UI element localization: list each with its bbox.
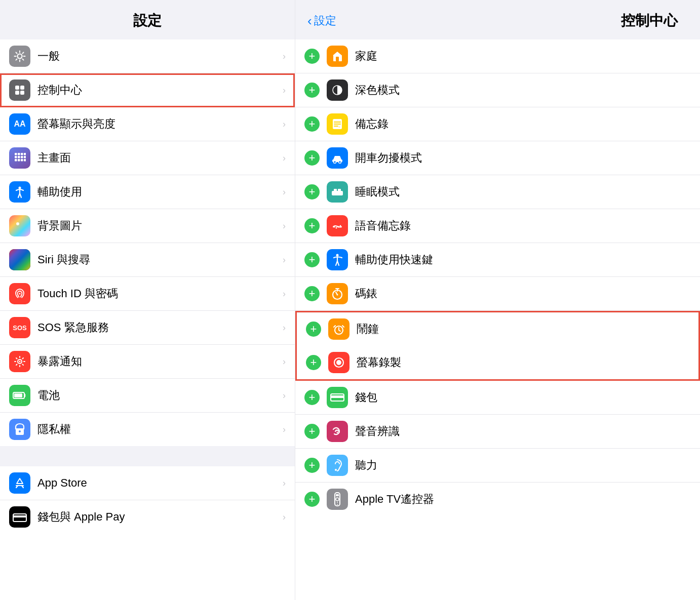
add-sleep-button[interactable]: + [304, 184, 320, 199]
home-screen-chevron: › [283, 153, 286, 164]
svg-rect-11 [21, 156, 23, 158]
settings-item-exposure[interactable]: 暴露通知 › [0, 345, 295, 379]
back-button[interactable]: ‹ 設定 [307, 13, 336, 29]
svg-rect-33 [334, 189, 337, 191]
screenrecord-icon [328, 352, 349, 373]
svg-rect-12 [24, 156, 26, 158]
svg-rect-16 [24, 159, 26, 162]
general-label: 一般 [37, 49, 279, 64]
settings-item-display[interactable]: AA 螢幕顯示與亮度 › [0, 107, 295, 141]
add-alarm-button[interactable]: + [306, 322, 321, 337]
touchid-chevron: › [283, 289, 286, 299]
stopwatch-label: 碼錶 [355, 286, 691, 301]
svg-rect-7 [21, 153, 23, 155]
control-item-driving[interactable]: + 開車勿擾模式 [295, 141, 700, 175]
svg-rect-14 [18, 159, 20, 162]
control-item-stopwatch[interactable]: + 碼錶 [295, 277, 700, 311]
touchid-label: Touch ID 與密碼 [37, 286, 279, 301]
svg-rect-8 [24, 153, 26, 155]
settings-item-wallpaper[interactable]: 背景圖片 › [0, 209, 295, 243]
settings-item-siri[interactable]: Siri 與搜尋 › [0, 243, 295, 277]
battery-chevron: › [283, 390, 286, 401]
hearing-icon [327, 455, 348, 476]
control-item-voicememo[interactable]: + 語音備忘錄 [295, 209, 700, 243]
add-home-button[interactable]: + [304, 49, 320, 64]
stopwatch-icon [327, 283, 348, 304]
wallet-chevron: › [283, 512, 286, 523]
add-stopwatch-button[interactable]: + [304, 286, 320, 301]
appstore-label: App Store [37, 476, 279, 490]
wallpaper-label: 背景圖片 [37, 218, 279, 233]
exposure-chevron: › [283, 356, 286, 367]
settings-item-control-center[interactable]: 控制中心 › [0, 73, 295, 107]
control-item-shazam[interactable]: + 聲音辨識 [295, 415, 700, 449]
accessibility-shortcut-icon [327, 249, 348, 270]
driving-label: 開車勿擾模式 [355, 150, 691, 166]
control-item-alarm[interactable]: + 鬧鐘 [295, 311, 700, 346]
wallet-ctrl-icon [327, 387, 348, 408]
right-header: ‹ 設定 控制中心 [295, 0, 700, 35]
sos-icon: SOS [9, 317, 30, 338]
settings-item-sos[interactable]: SOS SOS 緊急服務 › [0, 311, 295, 345]
add-appletv-button[interactable]: + [304, 492, 320, 507]
sleep-icon [327, 181, 348, 203]
svg-rect-32 [332, 191, 343, 195]
svg-rect-1 [15, 86, 19, 90]
touchid-icon [9, 283, 30, 304]
add-accessibility-shortcut-button[interactable]: + [304, 252, 320, 267]
settings-item-privacy[interactable]: 隱私權 › [0, 413, 295, 446]
display-chevron: › [283, 119, 286, 130]
svg-point-18 [16, 222, 19, 225]
svg-point-30 [334, 161, 336, 164]
control-item-sleep[interactable]: + 睡眠模式 [295, 175, 700, 209]
svg-rect-13 [15, 159, 17, 162]
settings-item-home-screen[interactable]: 主畫面 › [0, 141, 295, 175]
settings-item-general[interactable]: 一般 › [0, 39, 295, 73]
voicememo-label: 語音備忘錄 [355, 218, 691, 233]
settings-item-battery[interactable]: 電池 › [0, 379, 295, 413]
control-item-appletv[interactable]: + Apple TV遙控器 [295, 483, 700, 516]
svg-point-38 [340, 225, 341, 227]
wallpaper-chevron: › [283, 221, 286, 231]
add-notes-button[interactable]: + [304, 116, 320, 132]
svg-rect-23 [14, 393, 22, 397]
accessibility-shortcut-label: 輔助使用快速鍵 [355, 252, 691, 267]
svg-rect-46 [331, 395, 344, 398]
settings-item-touchid[interactable]: Touch ID 與密碼 › [0, 277, 295, 311]
add-hearing-button[interactable]: + [304, 458, 320, 473]
add-wallet-ctrl-button[interactable]: + [304, 390, 320, 405]
accessibility-icon [9, 181, 30, 203]
display-icon: AA [9, 113, 30, 135]
appletv-label: Apple TV遙控器 [355, 492, 691, 507]
svg-point-37 [338, 226, 339, 228]
siri-icon [9, 249, 30, 270]
add-screenrecord-button[interactable]: + [306, 355, 321, 370]
control-item-home[interactable]: + 家庭 [295, 39, 700, 73]
svg-rect-9 [15, 156, 17, 158]
section-divider [0, 446, 295, 462]
appstore-icon [9, 472, 30, 494]
settings-item-appstore[interactable]: App Store › [0, 466, 295, 500]
control-item-wallet-ctrl[interactable]: + 錢包 [295, 381, 700, 415]
svg-point-35 [334, 226, 335, 228]
svg-point-48 [335, 469, 337, 471]
control-item-accessibility-shortcut[interactable]: + 輔助使用快速鍵 [295, 243, 700, 277]
add-darkmode-button[interactable]: + [304, 83, 320, 98]
settings-item-accessibility[interactable]: 輔助使用 › [0, 175, 295, 209]
notes-icon [327, 113, 348, 135]
shazam-label: 聲音辨識 [355, 424, 691, 439]
svg-point-0 [18, 54, 22, 59]
svg-rect-34 [338, 189, 341, 191]
right-panel-title: 控制中心 [621, 11, 688, 30]
control-item-darkmode[interactable]: + 深色模式 [295, 73, 700, 107]
control-center-list: + 家庭 + 深色模式 + 備忘錄 [295, 39, 700, 600]
add-shazam-button[interactable]: + [304, 424, 320, 439]
control-item-screenrecord[interactable]: + 螢幕錄製 [295, 346, 700, 381]
add-driving-button[interactable]: + [304, 150, 320, 166]
svg-point-41 [337, 294, 338, 296]
left-panel-title: 設定 [0, 0, 295, 35]
control-item-hearing[interactable]: + 聽力 [295, 449, 700, 483]
control-item-notes[interactable]: + 備忘錄 [295, 107, 700, 141]
settings-item-wallet[interactable]: 錢包與 Apple Pay › [0, 500, 295, 534]
add-voicememo-button[interactable]: + [304, 218, 320, 233]
